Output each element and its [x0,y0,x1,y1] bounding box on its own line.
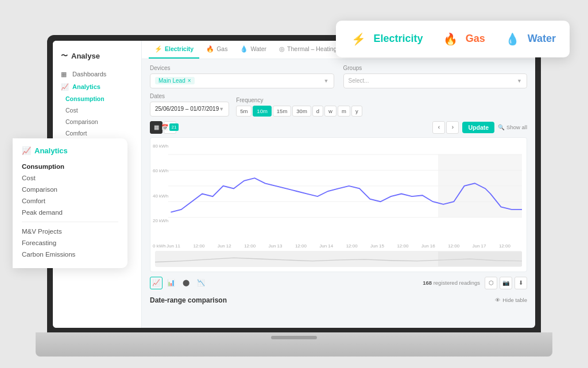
water-tooltip-item[interactable]: 💧 Water [504,30,556,48]
dates-value: 25/06/2019 – 01/07/2019 [155,106,219,112]
x-1200-2: 12:00 [244,243,256,249]
panel-divider [22,222,118,222]
x-jun16: Jun 16 [421,243,435,249]
line-chart-btn[interactable]: 📈 [150,277,163,289]
water-icon: 💧 [504,30,522,48]
electricity-tooltip-item[interactable]: ⚡ Electricity [350,30,423,48]
scene: ⚡ Electricity 🔥 Gas 💧 Water 📈 Analytics … [13,12,575,357]
sub-item-comparison[interactable]: Comparison [65,116,141,127]
bottom-toolbar: 📈 📊 ⬤ 📉 168 registered readings [150,277,527,289]
chart-toolbar: ▦ 📅 21 ‹ › Update [150,121,527,134]
dates-arrow: ▼ [219,106,224,112]
freq-m[interactable]: m [338,106,350,117]
tab-thermal-heating-icon: ◎ [279,45,285,53]
tab-thermal-heating[interactable]: ◎ Thermal – Heating [273,41,342,59]
gas-tooltip-item[interactable]: 🔥 Gas [442,30,485,48]
main-chart-svg [155,142,522,240]
groups-select-arrow: ▼ [517,78,522,84]
laptop-base [36,332,552,357]
dates-label: Dates [150,93,229,99]
gas-label: Gas [466,33,485,45]
svg-rect-6 [438,251,522,266]
download-icon[interactable]: ⬇ [514,277,527,289]
tab-water[interactable]: 💧 Water [234,41,272,59]
devices-select[interactable]: Main Lead × ▼ [150,73,334,88]
panel-item-cost[interactable]: Cost [22,172,118,184]
nav-buttons: ‹ › [432,121,459,134]
update-button[interactable]: Update [462,122,494,133]
panel-item-carbon-emissions[interactable]: Carbon Emissions [22,249,118,260]
chart-y-labels: 80 kWh 60 kWh 40 kWh 20 kWh 0 kWh [153,144,168,249]
panel-item-consumption[interactable]: Consumption [22,161,118,172]
tab-water-icon: 💧 [240,45,248,53]
controls-row: Devices Main Lead × ▼ [150,65,527,88]
hide-table-btn[interactable]: 👁 Hide table [495,297,527,303]
eye-off-icon: 👁 [495,297,501,303]
panel-item-mv-projects[interactable]: M&V Projects [22,226,118,237]
area-chart-btn[interactable]: 📉 [195,277,207,289]
x-1200-7: 12:00 [499,243,510,249]
dates-select[interactable]: 25/06/2019 – 01/07/2019 ▼ [150,102,229,117]
prev-btn[interactable]: ‹ [432,121,445,134]
sidebar-item-dashboards[interactable]: ▦ Dashboards [53,68,141,80]
dashboards-icon: ▦ [61,71,68,78]
analytics-icon: 📈 [22,146,31,155]
sub-item-comfort[interactable]: Comfort [65,127,141,139]
freq-y[interactable]: y [351,106,362,117]
freq-10m[interactable]: 10m [253,106,271,117]
freq-5m[interactable]: 5m [236,106,252,117]
date-range-title: Date-range comparison [150,296,227,304]
y-label-40: 40 kWh [153,193,168,199]
freq-15m[interactable]: 15m [273,106,291,117]
panel-item-peak-demand[interactable]: Peak demand [22,207,118,218]
x-1200-3: 12:00 [295,243,307,249]
frequency-control: Frequency 5m 10m 15m 30m d w m [236,97,362,117]
electricity-label: Electricity [374,33,423,45]
camera-icon[interactable]: 📷 [500,277,512,289]
sub-item-consumption[interactable]: Consumption [65,93,141,104]
calendar-view-btn[interactable]: 📅 21 [164,121,176,134]
groups-select[interactable]: Select... ▼ [343,73,528,88]
devices-label: Devices [150,65,334,71]
panel-item-forecasting[interactable]: Forecasting [22,237,118,249]
sidebar-title: 〜 Analyse [53,47,141,68]
calendar-badge: 21 [169,123,179,131]
groups-label: Groups [343,65,528,71]
pie-chart-btn[interactable]: ⬤ [180,277,192,289]
analytics-icon: 📈 [61,83,68,90]
bar-chart-btn[interactable]: 📊 [165,277,177,289]
search-icon: 🔍 [498,124,505,130]
action-buttons: ⬡ 📷 ⬇ [485,277,527,289]
gas-icon: 🔥 [442,30,460,48]
analyse-icon: 〜 [61,51,68,61]
readings-count: 168 [423,280,432,286]
next-btn[interactable]: › [446,121,459,134]
dates-control: Dates 25/06/2019 – 01/07/2019 ▼ [150,93,229,117]
x-1200-1: 12:00 [193,243,204,249]
export-icon[interactable]: ⬡ [485,277,497,289]
devices-tag: Main Lead × [155,77,195,84]
x-jun14: Jun 14 [319,243,333,249]
freq-30m[interactable]: 30m [292,106,311,117]
content-area: Devices Main Lead × ▼ [142,59,535,328]
tab-electricity[interactable]: ⚡ Electricity [149,41,199,59]
panel-item-comfort[interactable]: Comfort [22,195,118,207]
x-1200-4: 12:00 [346,243,358,249]
panel-item-comparison[interactable]: Comparison [22,184,118,195]
date-range-row: Date-range comparison 👁 Hide table [150,293,527,304]
dates-freq-row: Dates 25/06/2019 – 01/07/2019 ▼ Frequenc… [150,93,527,117]
x-jun13: Jun 13 [269,243,283,249]
chart-x-labels: Jun 11 12:00 Jun 12 12:00 Jun 13 12:00 J… [155,243,522,249]
freq-d[interactable]: d [312,106,323,117]
groups-placeholder: Select... [349,78,369,84]
tag-close[interactable]: × [188,78,191,84]
sub-item-cost[interactable]: Cost [65,104,141,116]
frequency-buttons: 5m 10m 15m 30m d w m y [236,106,362,117]
y-label-0: 0 kWh [153,243,168,249]
tab-gas[interactable]: 🔥 Gas [200,41,233,59]
show-all[interactable]: 🔍 Show all [498,124,527,130]
freq-w[interactable]: w [324,106,336,117]
tab-gas-icon: 🔥 [206,45,214,53]
view-buttons: ▦ 📅 21 [150,121,176,134]
sidebar-item-analytics[interactable]: 📈 Analytics [53,80,141,93]
